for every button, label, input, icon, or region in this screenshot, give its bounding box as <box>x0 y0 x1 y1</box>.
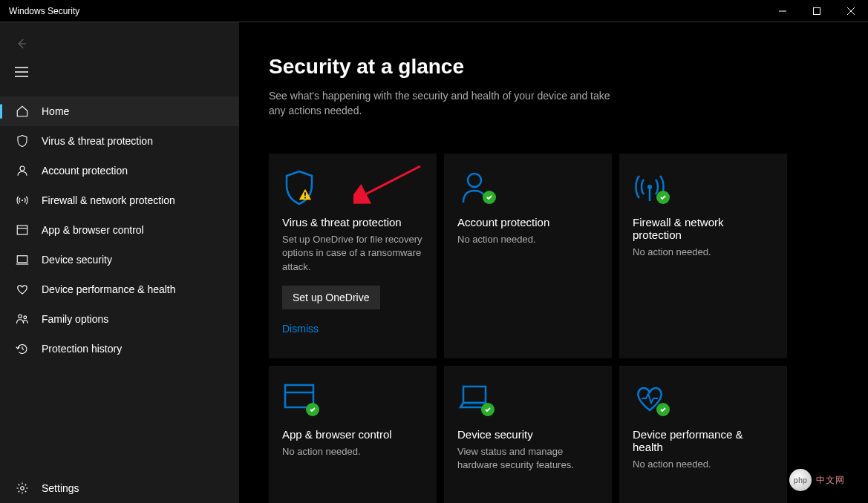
svg-point-16 <box>21 487 25 490</box>
person-ok-icon <box>457 170 598 207</box>
close-button[interactable] <box>834 0 868 22</box>
sidebar: Home Virus & threat protection Account p… <box>0 22 239 503</box>
sidebar-item-label: Family options <box>42 313 108 325</box>
card-desc: No action needed. <box>633 458 774 471</box>
sidebar-item-label: Protection history <box>42 343 122 355</box>
sidebar-item-label: Home <box>42 105 69 117</box>
sidebar-item-label: Firewall & network protection <box>42 194 175 206</box>
antenna-ok-icon <box>633 170 774 207</box>
card-title: Firewall & network protection <box>633 216 774 241</box>
person-icon <box>15 163 30 178</box>
svg-rect-10 <box>17 226 27 234</box>
svg-point-18 <box>304 197 306 199</box>
svg-rect-1 <box>814 7 820 14</box>
gear-icon <box>15 481 30 496</box>
sidebar-item-app[interactable]: App & browser control <box>0 215 239 245</box>
svg-point-15 <box>24 316 27 319</box>
sidebar-item-performance[interactable]: Device performance & health <box>0 274 239 304</box>
card-desc: No action needed. <box>633 246 774 259</box>
sidebar-item-label: Device performance & health <box>42 283 176 295</box>
check-badge-icon <box>306 403 319 416</box>
shield-warning-icon <box>282 170 423 207</box>
watermark-logo: php <box>789 469 812 491</box>
sidebar-item-family[interactable]: Family options <box>0 304 239 334</box>
dismiss-link[interactable]: Dismiss <box>282 323 319 335</box>
watermark: php 中文网 <box>789 469 861 491</box>
card-device-performance[interactable]: Device performance & health No action ne… <box>619 366 787 503</box>
card-desc: No action needed. <box>457 233 598 246</box>
card-title: Device performance & health <box>633 428 774 453</box>
svg-point-14 <box>19 315 22 318</box>
sidebar-item-device-security[interactable]: Device security <box>0 245 239 274</box>
sidebar-item-label: Account protection <box>42 165 128 177</box>
card-desc: View status and manage hardware security… <box>457 445 598 472</box>
maximize-button[interactable] <box>800 0 834 22</box>
card-title: Virus & threat protection <box>282 216 423 229</box>
svg-point-20 <box>647 185 652 189</box>
card-device-security[interactable]: Device security View status and manage h… <box>444 366 612 503</box>
hamburger-button[interactable] <box>15 59 45 85</box>
card-virus-threat[interactable]: Virus & threat protection Set up OneDriv… <box>269 154 437 358</box>
card-desc: Set up OneDrive for file recovery option… <box>282 233 423 274</box>
sidebar-item-home[interactable]: Home <box>0 96 239 126</box>
titlebar: Windows Security <box>0 0 868 22</box>
browser-ok-icon <box>282 382 423 419</box>
page-subtitle: See what's happening with the security a… <box>269 89 610 118</box>
card-desc: No action needed. <box>282 445 423 458</box>
check-badge-icon <box>656 403 670 416</box>
home-icon <box>15 104 30 119</box>
page-title: Security at a glance <box>269 55 868 79</box>
sidebar-item-label: Virus & threat protection <box>42 135 153 147</box>
card-title: Account protection <box>457 216 598 229</box>
svg-point-9 <box>22 200 23 201</box>
sidebar-item-account[interactable]: Account protection <box>0 156 239 185</box>
browser-icon <box>15 223 30 237</box>
sidebar-item-label: Device security <box>42 254 112 266</box>
svg-rect-12 <box>17 256 27 263</box>
check-badge-icon <box>656 191 670 204</box>
card-app-browser[interactable]: App & browser control No action needed. <box>269 366 437 503</box>
setup-onedrive-button[interactable]: Set up OneDrive <box>282 286 380 309</box>
window-title: Windows Security <box>9 6 79 16</box>
history-icon <box>15 341 30 356</box>
check-badge-icon <box>481 403 495 416</box>
check-badge-icon <box>483 191 496 204</box>
svg-rect-24 <box>463 387 486 403</box>
antenna-icon <box>15 193 30 208</box>
chip-icon <box>15 252 30 267</box>
heart-ok-icon <box>633 382 774 419</box>
watermark-text: 中文网 <box>816 474 845 487</box>
heart-icon <box>15 282 30 297</box>
warning-badge-icon <box>298 188 312 201</box>
main-content: Security at a glance See what's happenin… <box>239 22 868 503</box>
laptop-ok-icon <box>457 382 598 419</box>
sidebar-item-label: App & browser control <box>42 224 144 236</box>
minimize-button[interactable] <box>766 0 800 22</box>
card-firewall[interactable]: Firewall & network protection No action … <box>619 154 787 358</box>
card-title: Device security <box>457 428 598 441</box>
back-button[interactable] <box>15 31 45 56</box>
card-title: App & browser control <box>282 428 423 441</box>
sidebar-item-virus[interactable]: Virus & threat protection <box>0 126 239 156</box>
window-controls <box>766 0 868 22</box>
sidebar-item-history[interactable]: Protection history <box>0 334 239 364</box>
sidebar-item-firewall[interactable]: Firewall & network protection <box>0 185 239 215</box>
svg-point-8 <box>20 166 25 171</box>
card-account-protection[interactable]: Account protection No action needed. <box>444 154 612 358</box>
svg-point-19 <box>468 174 481 187</box>
sidebar-item-settings[interactable]: Settings <box>0 473 239 503</box>
family-icon <box>15 312 30 326</box>
shield-icon <box>15 134 30 148</box>
sidebar-item-label: Settings <box>42 482 79 494</box>
